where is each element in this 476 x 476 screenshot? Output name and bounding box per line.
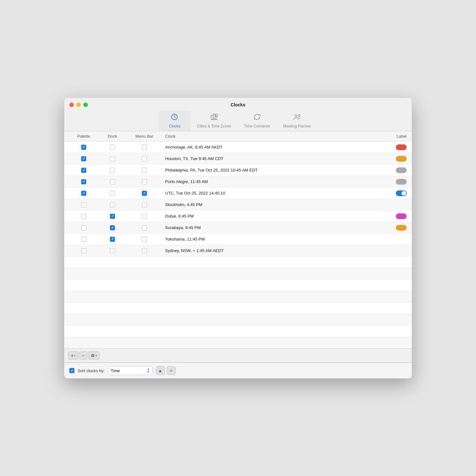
- checkbox[interactable]: [142, 156, 147, 161]
- checkbox[interactable]: [142, 202, 147, 207]
- checkbox[interactable]: [81, 248, 86, 253]
- dock-checkbox-0[interactable]: [98, 145, 127, 150]
- checkbox[interactable]: [142, 237, 147, 242]
- dock-checkbox-1[interactable]: [98, 156, 127, 161]
- empty-row: [64, 268, 412, 280]
- menubar-checkbox-5[interactable]: [127, 202, 162, 207]
- table-row: Philadelphia, PA, Tue Oct 25, 2022 10:45…: [64, 165, 412, 176]
- menubar-checkbox-1[interactable]: [127, 156, 162, 161]
- tab-cities-label: Cities & Time Zones: [197, 124, 231, 128]
- checkbox[interactable]: [110, 248, 115, 253]
- sort-select-arrows: ▲ ▼: [147, 368, 150, 373]
- empty-row: [64, 280, 412, 291]
- checkbox[interactable]: [142, 214, 147, 219]
- palette-checkbox-3[interactable]: [69, 179, 98, 184]
- menubar-checkbox-9[interactable]: [127, 248, 162, 253]
- menubar-checkbox-0[interactable]: [127, 145, 162, 150]
- color-label[interactable]: [396, 225, 407, 231]
- toggle-label[interactable]: [396, 190, 407, 196]
- remove-button[interactable]: −: [79, 351, 87, 360]
- menubar-checkbox-8[interactable]: [127, 237, 162, 242]
- checkbox[interactable]: [110, 237, 115, 242]
- menubar-checkbox-7[interactable]: [127, 225, 162, 230]
- color-label[interactable]: [396, 156, 407, 162]
- checkbox[interactable]: [81, 168, 86, 173]
- add-button[interactable]: + ▾: [68, 351, 78, 360]
- menubar-checkbox-2[interactable]: [127, 168, 162, 173]
- minimize-button[interactable]: [76, 103, 81, 107]
- checkbox[interactable]: [81, 156, 86, 161]
- dock-checkbox-3[interactable]: [98, 179, 127, 184]
- checkbox[interactable]: [142, 248, 147, 253]
- checkbox[interactable]: [142, 225, 147, 230]
- checkbox[interactable]: [81, 191, 86, 196]
- maximize-button[interactable]: [83, 103, 88, 107]
- sort-checkbox[interactable]: [69, 368, 74, 373]
- tab-clocks[interactable]: Clocks: [158, 111, 190, 131]
- palette-checkbox-6[interactable]: [69, 214, 98, 219]
- add-icon: +: [71, 353, 73, 358]
- checkbox[interactable]: [142, 168, 147, 173]
- dock-checkbox-4[interactable]: [98, 191, 127, 196]
- menubar-checkbox-4[interactable]: [127, 191, 162, 196]
- checkbox[interactable]: [81, 145, 86, 150]
- checkbox[interactable]: [110, 145, 115, 150]
- checkbox[interactable]: [142, 191, 147, 196]
- dock-checkbox-8[interactable]: [98, 237, 127, 242]
- checkbox[interactable]: [81, 202, 86, 207]
- checkbox[interactable]: [81, 225, 86, 230]
- checkbox[interactable]: [142, 179, 147, 184]
- checkbox[interactable]: [81, 214, 86, 219]
- checkbox[interactable]: [110, 225, 115, 230]
- checkbox[interactable]: [110, 156, 115, 161]
- settings-button[interactable]: ⚙ ▾: [88, 351, 100, 360]
- table-row: Surabaya, 9:45 PM: [64, 222, 412, 234]
- palette-checkbox-5[interactable]: [69, 202, 98, 207]
- checkbox[interactable]: [81, 179, 86, 184]
- menubar-checkbox-3[interactable]: [127, 179, 162, 184]
- sort-up-button[interactable]: ▲: [156, 366, 165, 375]
- menubar-checkbox-6[interactable]: [127, 214, 162, 219]
- palette-checkbox-1[interactable]: [69, 156, 98, 161]
- checkbox[interactable]: [142, 145, 147, 150]
- palette-checkbox-2[interactable]: [69, 168, 98, 173]
- city-name: UTC, Tue Oct 25, 2022 14:45:10: [162, 191, 381, 196]
- table-row: Sydney, NSW, + 1:45 AM AEDT: [64, 245, 412, 257]
- checkbox[interactable]: [110, 168, 115, 173]
- bottom-toolbar: + ▾ − ⚙ ▾: [64, 349, 412, 362]
- palette-checkbox-0[interactable]: [69, 145, 98, 150]
- checkbox[interactable]: [110, 179, 115, 184]
- checkbox[interactable]: [110, 191, 115, 196]
- dock-checkbox-5[interactable]: [98, 202, 127, 207]
- palette-checkbox-8[interactable]: [69, 237, 98, 242]
- color-label[interactable]: [396, 179, 407, 185]
- sort-action-buttons: ▲ +: [156, 366, 176, 375]
- dock-checkbox-2[interactable]: [98, 168, 127, 173]
- palette-checkbox-4[interactable]: [69, 191, 98, 196]
- sort-add-button[interactable]: +: [167, 366, 176, 375]
- col-header-clock: Clock: [162, 134, 381, 139]
- table-row: Yokohama, 11:45 PM: [64, 234, 412, 245]
- table-row: Dubai, 6:45 PM: [64, 211, 412, 222]
- palette-checkbox-7[interactable]: [69, 225, 98, 230]
- color-label[interactable]: [396, 144, 407, 150]
- checkbox[interactable]: [110, 202, 115, 207]
- dock-checkbox-9[interactable]: [98, 248, 127, 253]
- checkbox[interactable]: [81, 237, 86, 242]
- tab-converter[interactable]: Time Converter: [238, 111, 277, 131]
- color-label[interactable]: [396, 213, 407, 219]
- color-label[interactable]: [396, 167, 407, 173]
- dock-checkbox-6[interactable]: [98, 214, 127, 219]
- empty-row: [64, 326, 412, 337]
- tab-meeting[interactable]: Meeting Planner: [277, 111, 317, 131]
- converter-icon: [253, 113, 261, 123]
- label-cell: [381, 213, 407, 219]
- palette-checkbox-9[interactable]: [69, 248, 98, 253]
- sort-select[interactable]: Time ▲ ▼: [108, 366, 153, 375]
- close-button[interactable]: [69, 103, 74, 107]
- checkbox[interactable]: [110, 214, 115, 219]
- city-name: Sydney, NSW, + 1:45 AM AEDT: [162, 248, 381, 253]
- tab-cities[interactable]: Cities & Time Zones: [190, 111, 237, 131]
- sort-by-label: Sort clocks by:: [78, 368, 105, 373]
- dock-checkbox-7[interactable]: [98, 225, 127, 230]
